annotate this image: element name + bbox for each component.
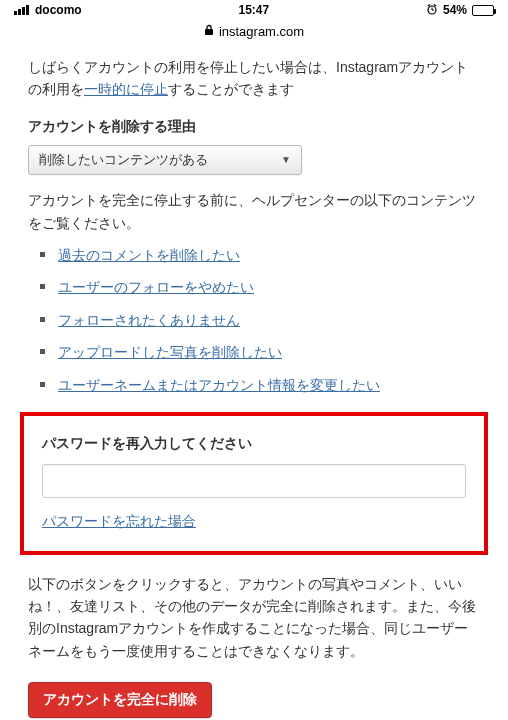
svg-line-4	[434, 4, 436, 6]
help-link-delete-comments[interactable]: 過去のコメントを削除したい	[58, 247, 240, 263]
carrier-label: docomo	[35, 3, 82, 17]
status-bar: docomo 15:47 54%	[0, 0, 508, 20]
battery-icon	[472, 5, 494, 16]
chevron-down-icon: ▼	[281, 152, 291, 168]
list-item: ユーザーネームまたはアカウント情報を変更したい	[44, 374, 480, 396]
status-right: 54%	[426, 3, 494, 18]
password-section-highlight: パスワードを再入力してください パスワードを忘れた場合	[20, 412, 488, 555]
svg-line-3	[428, 4, 430, 6]
help-link-delete-photos[interactable]: アップロードした写真を削除したい	[58, 344, 282, 360]
reason-heading: アカウントを削除する理由	[28, 115, 480, 137]
intro-text-after: することができます	[168, 81, 294, 97]
delete-account-button[interactable]: アカウントを完全に削除	[28, 682, 212, 718]
list-item: ユーザーのフォローをやめたい	[44, 276, 480, 298]
help-link-change-account[interactable]: ユーザーネームまたはアカウント情報を変更したい	[58, 377, 380, 393]
help-link-not-followed[interactable]: フォローされたくありません	[58, 312, 240, 328]
reason-select[interactable]: 削除したいコンテンツがある ▼	[28, 145, 302, 175]
battery-percent: 54%	[443, 3, 467, 17]
status-time: 15:47	[238, 3, 269, 17]
page-content: しばらくアカウントの利用を停止したい場合は、Instagramアカウントの利用を…	[0, 42, 508, 718]
temporary-disable-link[interactable]: 一時的に停止	[84, 81, 168, 97]
list-item: 過去のコメントを削除したい	[44, 244, 480, 266]
help-prompt: アカウントを完全に停止する前に、ヘルプセンターの以下のコンテンツをご覧ください。	[28, 189, 480, 234]
signal-icon	[14, 5, 29, 15]
password-label: パスワードを再入力してください	[42, 432, 466, 454]
help-link-list: 過去のコメントを削除したい ユーザーのフォローをやめたい フォローされたくありま…	[28, 244, 480, 396]
alarm-icon	[426, 3, 438, 18]
password-input[interactable]	[42, 464, 466, 498]
status-left: docomo	[14, 3, 82, 17]
help-link-unfollow[interactable]: ユーザーのフォローをやめたい	[58, 279, 254, 295]
intro-paragraph: しばらくアカウントの利用を停止したい場合は、Instagramアカウントの利用を…	[28, 56, 480, 101]
forgot-password-link[interactable]: パスワードを忘れた場合	[42, 510, 196, 532]
reason-selected-text: 削除したいコンテンツがある	[39, 150, 208, 171]
lock-icon	[204, 24, 214, 39]
url-text: instagram.com	[219, 24, 304, 39]
deletion-warning-text: 以下のボタンをクリックすると、アカウントの写真やコメント、いいね！、友達リスト、…	[28, 573, 480, 663]
svg-rect-5	[205, 29, 213, 35]
list-item: アップロードした写真を削除したい	[44, 341, 480, 363]
url-bar[interactable]: instagram.com	[0, 20, 508, 42]
list-item: フォローされたくありません	[44, 309, 480, 331]
